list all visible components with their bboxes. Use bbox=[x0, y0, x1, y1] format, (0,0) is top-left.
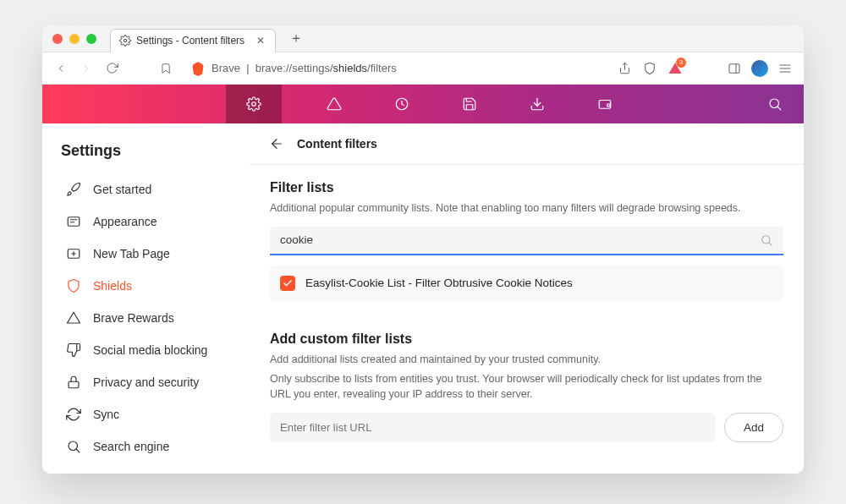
sidebar-title: Settings bbox=[61, 142, 239, 160]
rewards-badge: 3 bbox=[676, 58, 686, 68]
sidebar-toggle-button[interactable] bbox=[726, 60, 743, 77]
brave-logo-icon bbox=[191, 61, 205, 76]
nav-downloads[interactable] bbox=[522, 85, 552, 123]
filter-list-item[interactable]: Easylist-Cookie List - Filter Obtrusive … bbox=[270, 266, 783, 301]
search-icon bbox=[760, 233, 773, 247]
thumbs-down-icon bbox=[66, 342, 81, 358]
gear-icon bbox=[246, 96, 261, 112]
page-title: Content filters bbox=[297, 137, 377, 151]
nav-history[interactable] bbox=[387, 85, 417, 123]
back-arrow-button[interactable] bbox=[268, 135, 285, 152]
nav-search[interactable] bbox=[760, 85, 790, 123]
titlebar: Settings - Content filters ✕ ＋ bbox=[42, 25, 804, 52]
shields-button[interactable] bbox=[641, 60, 658, 77]
svg-rect-14 bbox=[68, 217, 80, 227]
page-header: Content filters bbox=[250, 123, 804, 165]
triangle-icon bbox=[327, 96, 342, 112]
bookmark-button[interactable] bbox=[157, 60, 174, 77]
close-window-button[interactable] bbox=[52, 34, 63, 44]
toolbar-right: 3 bbox=[616, 60, 794, 77]
sync-icon bbox=[66, 407, 81, 422]
section-heading: Filter lists bbox=[270, 180, 783, 195]
sidebar-item-label: Sync bbox=[93, 408, 119, 421]
filter-checkbox[interactable] bbox=[280, 276, 295, 291]
svg-marker-20 bbox=[68, 312, 80, 323]
rocket-icon bbox=[66, 182, 81, 197]
reload-button[interactable] bbox=[103, 60, 120, 77]
filter-item-label: Easylist-Cookie List - Filter Obtrusive … bbox=[305, 277, 573, 289]
svg-rect-3 bbox=[729, 63, 739, 73]
svg-point-8 bbox=[252, 102, 256, 107]
custom-description-2: Only subscribe to lists from entities yo… bbox=[270, 371, 783, 403]
address-bar[interactable]: Brave | brave://settings/shields/filters bbox=[183, 57, 607, 80]
sidebar-item-shields[interactable]: Shields bbox=[61, 270, 239, 302]
search-icon bbox=[66, 439, 81, 454]
forward-button[interactable] bbox=[78, 60, 95, 77]
sidebar-item-label: Social media blocking bbox=[93, 343, 207, 357]
lock-icon bbox=[66, 375, 81, 390]
tab-title: Settings - Content filters bbox=[136, 35, 244, 47]
sidebar-item-label: Appearance bbox=[93, 215, 157, 228]
sidebar-item-label: New Tab Page bbox=[93, 247, 170, 260]
sidebar-item-social[interactable]: Social media blocking bbox=[61, 334, 239, 366]
sidebar-item-label: Get started bbox=[93, 183, 151, 196]
custom-description-1: Add additional lists created and maintai… bbox=[270, 352, 783, 368]
svg-rect-21 bbox=[69, 381, 79, 388]
sidebar-item-label: Shields bbox=[93, 279, 132, 293]
settings-top-nav bbox=[42, 85, 804, 123]
maximize-window-button[interactable] bbox=[86, 34, 96, 44]
sidebar-item-search[interactable]: Search engine bbox=[61, 430, 239, 463]
browser-window: Settings - Content filters ✕ ＋ Brave | b… bbox=[42, 25, 804, 474]
new-tab-button[interactable]: ＋ bbox=[288, 30, 305, 47]
nav-rewards[interactable] bbox=[319, 85, 349, 123]
gear-icon bbox=[119, 35, 131, 47]
main-panel: Content filters Filter lists Additional … bbox=[250, 123, 804, 474]
custom-filter-url-input[interactable] bbox=[270, 413, 716, 442]
back-button[interactable] bbox=[52, 60, 69, 77]
sidebar-item-get-started[interactable]: Get started bbox=[61, 173, 239, 205]
appearance-icon bbox=[66, 214, 81, 229]
search-icon bbox=[767, 96, 783, 112]
filter-search-box[interactable] bbox=[270, 227, 783, 255]
add-button[interactable]: Add bbox=[724, 413, 783, 442]
menu-button[interactable] bbox=[777, 60, 794, 77]
rewards-icon bbox=[66, 310, 81, 326]
sidebar-item-label: Search engine bbox=[93, 440, 169, 453]
svg-line-26 bbox=[769, 242, 772, 244]
svg-line-23 bbox=[76, 449, 80, 452]
traffic-lights bbox=[52, 34, 96, 44]
filter-lists-section: Filter lists Additional popular communit… bbox=[250, 165, 804, 316]
minimize-window-button[interactable] bbox=[69, 34, 80, 44]
custom-input-row: Add bbox=[270, 413, 783, 442]
sidebar-item-label: Brave Rewards bbox=[93, 311, 174, 325]
download-icon bbox=[530, 96, 545, 112]
url-text: Brave | brave://settings/shields/filters bbox=[212, 62, 397, 74]
sidebar: Settings Get started Appearance New Tab … bbox=[42, 123, 250, 474]
filter-search-input[interactable] bbox=[280, 233, 760, 246]
rewards-button[interactable]: 3 bbox=[667, 60, 684, 77]
content-area: Settings Get started Appearance New Tab … bbox=[42, 123, 804, 474]
section-description: Additional popular community lists. Note… bbox=[270, 200, 783, 216]
section-heading: Add custom filter lists bbox=[270, 331, 783, 347]
sidebar-item-new-tab[interactable]: New Tab Page bbox=[61, 238, 239, 270]
history-icon bbox=[394, 96, 409, 112]
wallet-icon bbox=[597, 96, 613, 112]
sidebar-item-appearance[interactable]: Appearance bbox=[61, 205, 239, 238]
close-tab-button[interactable]: ✕ bbox=[255, 35, 266, 47]
nav-bookmarks[interactable] bbox=[454, 85, 485, 123]
nav-wallet[interactable] bbox=[590, 85, 620, 123]
nav-gear[interactable] bbox=[226, 85, 282, 123]
svg-point-0 bbox=[124, 39, 127, 42]
new-tab-icon bbox=[66, 246, 81, 261]
browser-tab[interactable]: Settings - Content filters ✕ bbox=[110, 29, 276, 52]
sidebar-item-label: Privacy and security bbox=[93, 375, 199, 389]
extension-icon[interactable] bbox=[751, 60, 768, 77]
bookmark-save-icon bbox=[462, 96, 477, 112]
sidebar-item-privacy[interactable]: Privacy and security bbox=[61, 366, 239, 398]
custom-filter-section: Add custom filter lists Add additional l… bbox=[250, 316, 804, 457]
toolbar: Brave | brave://settings/shields/filters… bbox=[42, 52, 804, 85]
shield-icon bbox=[66, 278, 81, 293]
sidebar-item-sync[interactable]: Sync bbox=[61, 398, 239, 430]
share-button[interactable] bbox=[616, 60, 633, 77]
sidebar-item-rewards[interactable]: Brave Rewards bbox=[61, 302, 239, 334]
